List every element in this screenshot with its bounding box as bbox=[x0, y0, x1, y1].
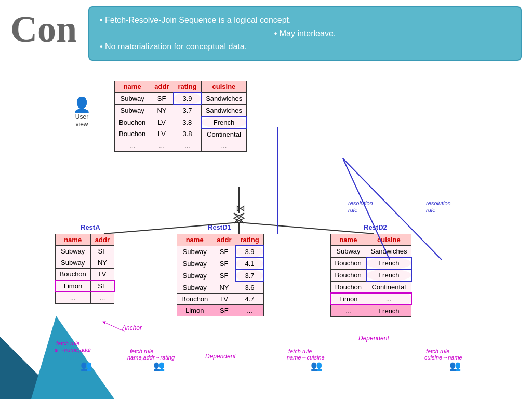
svg-text:👥: 👥 bbox=[449, 360, 461, 371]
table-row-highlighted: Limon SF ... bbox=[177, 305, 264, 316]
table-row: Subway SF 3.9 Sandwiches bbox=[115, 92, 247, 104]
svg-text:👥: 👥 bbox=[153, 360, 165, 371]
table-row: Subway SF 4.1 bbox=[177, 258, 264, 270]
table-row: Subway SF 3.7 bbox=[177, 270, 264, 282]
table-row: Bouchon LV bbox=[55, 269, 114, 281]
table-row-dots: ... ... bbox=[55, 292, 114, 304]
svg-text:rule: rule bbox=[426, 207, 435, 213]
table-row-highlighted2: ... French bbox=[330, 305, 411, 317]
user-view: 👤 Userview bbox=[73, 96, 91, 128]
table-row: Bouchon French bbox=[330, 257, 411, 269]
restd1-label: RestD1 bbox=[208, 223, 231, 231]
table-row: Bouchon LV 4.7 bbox=[177, 294, 264, 305]
svg-text:name→cuisine: name→cuisine bbox=[287, 354, 325, 361]
resta-header-addr: addr bbox=[90, 234, 114, 246]
svg-text:name,addr→rating: name,addr→rating bbox=[127, 354, 175, 361]
main-table: name addr rating cuisine Subway SF 3.9 S… bbox=[114, 81, 247, 152]
main-content: Con Fetch-Resolve-Join Sequence is a log… bbox=[0, 0, 532, 399]
main-header-addr: addr bbox=[150, 81, 174, 93]
table-row: Subway NY 3.7 Sandwiches bbox=[115, 104, 247, 116]
svg-text:fetch rule: fetch rule bbox=[288, 348, 312, 354]
table-row: Subway SF 3.9 bbox=[177, 246, 264, 258]
svg-text:⋈: ⋈ bbox=[236, 203, 245, 214]
table-row: Subway NY bbox=[55, 257, 114, 269]
svg-text:👥: 👥 bbox=[81, 360, 92, 371]
restd1-table: name addr rating Subway SF 3.9 Subway SF… bbox=[177, 234, 264, 316]
table-row: Subway Sandwiches bbox=[330, 246, 411, 258]
svg-text:Dependent: Dependent bbox=[358, 335, 389, 342]
svg-text:resolution: resolution bbox=[348, 200, 373, 206]
svg-text:Dependent: Dependent bbox=[205, 353, 236, 360]
table-row-highlighted: Limon SF bbox=[55, 280, 114, 292]
svg-text:resolution: resolution bbox=[426, 200, 451, 206]
info-line-3: No materialization for conceptual data. bbox=[100, 40, 510, 54]
svg-text:fetch rule: fetch rule bbox=[426, 348, 449, 354]
info-box: Fetch-Resolve-Join Sequence is a logical… bbox=[88, 6, 522, 61]
svg-text:👥: 👥 bbox=[311, 360, 323, 371]
main-header-rating: rating bbox=[174, 81, 201, 93]
svg-text:φ→name,addr: φ→name,addr bbox=[55, 347, 92, 353]
info-line-1: Fetch-Resolve-Join Sequence is a logical… bbox=[100, 14, 510, 27]
table-row-highlighted: Limon ... bbox=[330, 293, 411, 305]
svg-line-14 bbox=[104, 322, 125, 331]
resta-label: RestA bbox=[81, 223, 100, 231]
svg-text:fetch rule: fetch rule bbox=[130, 348, 153, 354]
info-line-2: May interleave. bbox=[100, 27, 510, 41]
svg-line-5 bbox=[239, 222, 374, 234]
svg-marker-1 bbox=[234, 213, 244, 223]
user-view-label: Userview bbox=[75, 113, 88, 128]
resta-header-name: name bbox=[55, 234, 90, 246]
table-row-dots: ... ... ... ... bbox=[115, 140, 247, 151]
restd2-header-cuisine: cuisine bbox=[366, 234, 411, 246]
svg-text:fetch rule: fetch rule bbox=[56, 340, 79, 347]
resta-table: name addr Subway SF Subway NY Bouchon LV bbox=[55, 234, 115, 304]
table-row: Subway SF bbox=[55, 246, 114, 257]
table-row: Bouchon LV 3.8 French bbox=[115, 116, 247, 128]
restd2-table: name cuisine Subway Sandwiches Bouchon F… bbox=[330, 234, 412, 317]
svg-text:cuisine→name: cuisine→name bbox=[424, 354, 462, 361]
restd1-header-addr: addr bbox=[212, 234, 236, 246]
main-header-cuisine: cuisine bbox=[201, 81, 247, 93]
svg-text:rule: rule bbox=[348, 207, 357, 213]
user-icon: 👤 bbox=[73, 96, 91, 113]
restd1-header-rating: rating bbox=[236, 234, 263, 246]
table-row: Subway NY 3.6 bbox=[177, 282, 264, 294]
svg-text:Anchor: Anchor bbox=[122, 324, 142, 331]
table-row: Bouchon LV 3.8 Continental bbox=[115, 128, 247, 140]
main-header-name: name bbox=[115, 81, 150, 93]
table-row: Bouchon French bbox=[330, 269, 411, 281]
restd1-header-name: name bbox=[177, 234, 212, 246]
page-title: Con bbox=[10, 8, 77, 51]
restd2-label: RestD2 bbox=[364, 223, 387, 231]
table-row: Bouchon Continental bbox=[330, 281, 411, 293]
restd2-header-name: name bbox=[330, 234, 366, 246]
